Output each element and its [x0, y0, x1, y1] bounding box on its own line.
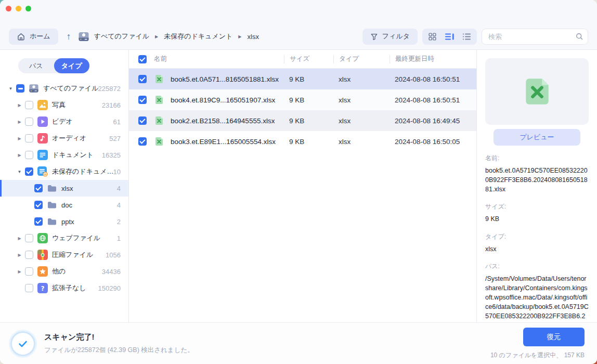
- tree-checkbox[interactable]: [25, 167, 33, 176]
- tree-item-label: 他の: [52, 267, 102, 276]
- tree-item-label: doc: [61, 201, 117, 209]
- archive-icon: [37, 250, 48, 260]
- tree-checkbox[interactable]: [25, 284, 33, 292]
- sidebar-item-web[interactable]: ▶ ウェブファイル 1: [0, 230, 128, 246]
- file-modified: 2024-08-08 16:50:51: [390, 96, 476, 104]
- grid-view-icon[interactable]: [428, 32, 437, 41]
- file-type: xlsx: [333, 96, 390, 104]
- excel-file-icon: [154, 74, 164, 84]
- tree-item-label: すべてのファイル: [43, 84, 98, 93]
- minimize-window-button[interactable]: [16, 6, 21, 11]
- file-name: book4.et.819C9...165051907.xlsx: [171, 96, 275, 104]
- filter-button[interactable]: フィルタ: [362, 29, 418, 45]
- scan-complete-title: スキャン完了!: [44, 332, 194, 342]
- sidebar-item-document[interactable]: ▶ ドキュメント 16325: [0, 147, 128, 163]
- breadcrumb-all-files[interactable]: すべてのファイル: [94, 32, 149, 41]
- select-all-checkbox[interactable]: [138, 55, 147, 63]
- tree-item-count: 2: [117, 218, 121, 226]
- restore-button[interactable]: 復元: [523, 328, 585, 346]
- file-row-checkbox[interactable]: [138, 75, 147, 83]
- traffic-lights: [6, 6, 31, 11]
- home-button-label: ホーム: [30, 32, 50, 41]
- tree-expander-icon[interactable]: ▼: [8, 86, 14, 91]
- folder-icon: [47, 216, 57, 227]
- sidebar-item-drive[interactable]: ▼ すべてのファイル 225872: [0, 80, 128, 97]
- tree-item-label: pptx: [61, 218, 117, 226]
- tree-expander-icon[interactable]: ▶: [17, 269, 22, 274]
- file-row-checkbox[interactable]: [138, 96, 147, 104]
- sidebar-item-noext[interactable]: ? 拡張子なし 150290: [0, 280, 128, 296]
- tree-item-label: ウェブファイル: [52, 233, 117, 243]
- file-row[interactable]: book4.et.819C9...165051907.xlsx 9 KB xls…: [129, 89, 476, 110]
- file-row-checkbox[interactable]: [138, 137, 147, 146]
- tree-item-label: ビデオ: [52, 117, 113, 126]
- tree-expander-icon[interactable]: ▶: [17, 236, 22, 241]
- tree-expander-icon[interactable]: ▼: [17, 170, 22, 174]
- noext-icon: ?: [37, 283, 48, 293]
- file-row[interactable]: book3.et.E89E1...165005554.xlsx 9 KB xls…: [129, 131, 476, 152]
- tree-checkbox[interactable]: [16, 84, 24, 93]
- preview-button[interactable]: プレビュー: [494, 129, 580, 146]
- tree-checkbox[interactable]: [34, 201, 43, 209]
- zoom-window-button[interactable]: [25, 6, 31, 11]
- tree-expander-icon[interactable]: ▶: [17, 120, 22, 124]
- detail-field: 名前: book5.et.0A5719C570EE085322200B922FF…: [485, 154, 589, 194]
- file-list-header: 名前 サイズ タイプ 最終更新日時: [129, 50, 476, 69]
- tree-checkbox[interactable]: [25, 101, 33, 109]
- file-type: xlsx: [333, 138, 390, 146]
- folder-icon: [47, 200, 57, 210]
- list-view-icon[interactable]: [462, 33, 471, 41]
- sidebar-item-other[interactable]: ▶ 他の 34436: [0, 263, 128, 280]
- column-header-modified[interactable]: 最終更新日時: [390, 55, 476, 63]
- tree-expander-icon[interactable]: ▶: [17, 253, 22, 257]
- tree-checkbox[interactable]: [25, 234, 33, 242]
- other-icon: [37, 266, 48, 277]
- tree-expander-icon[interactable]: ▶: [17, 103, 22, 108]
- breadcrumb-xlsx[interactable]: xlsx: [248, 33, 259, 41]
- tab-path[interactable]: パス: [18, 58, 54, 73]
- filter-funnel-icon: [370, 33, 378, 41]
- column-header-size[interactable]: サイズ: [284, 55, 333, 63]
- sidebar-item-folder[interactable]: xlsx 4: [0, 180, 128, 197]
- breadcrumb-unsaved-documents[interactable]: 未保存のドキュメント: [164, 32, 232, 41]
- sidebar-item-unsaved[interactable]: ▼ 未保存のドキュメ… 10: [0, 163, 128, 180]
- sidebar-item-video[interactable]: ▶ ビデオ 61: [0, 113, 128, 130]
- file-modified: 2024-08-08 16:49:45: [390, 117, 476, 125]
- file-size: 9 KB: [284, 117, 333, 125]
- tree-expander-icon[interactable]: ▶: [17, 153, 22, 158]
- sidebar-item-folder[interactable]: doc 4: [0, 197, 128, 213]
- sidebar-item-folder[interactable]: pptx 2: [0, 213, 128, 230]
- drive-icon: [29, 83, 39, 94]
- file-row-checkbox[interactable]: [138, 116, 147, 125]
- column-header-type[interactable]: タイプ: [333, 55, 390, 63]
- tree-checkbox[interactable]: [25, 118, 33, 126]
- file-size: 9 KB: [284, 138, 333, 146]
- tree-item-count: 23166: [102, 101, 121, 109]
- home-button[interactable]: ホーム: [9, 29, 58, 45]
- detail-field-label: パス:: [485, 262, 589, 271]
- detail-field-label: サイズ:: [485, 202, 589, 211]
- file-row[interactable]: book5.et.0A571...8165051881.xlsx 9 KB xl…: [129, 69, 476, 89]
- file-row[interactable]: book2.et.B2158...164945555.xlsx 9 KB xls…: [129, 110, 476, 131]
- tree-checkbox[interactable]: [34, 217, 43, 226]
- toolbar: ホーム ↑ すべてのファイル ▶ 未保存のドキュメント ▶ xlsx フィルタ: [0, 23, 597, 50]
- tree-checkbox[interactable]: [25, 267, 33, 276]
- audio-icon: [37, 133, 48, 144]
- column-header-name[interactable]: 名前: [154, 55, 284, 63]
- tree-checkbox[interactable]: [25, 251, 33, 259]
- navigate-up-button[interactable]: ↑: [67, 32, 71, 41]
- tree-checkbox[interactable]: [34, 184, 43, 192]
- tree-checkbox[interactable]: [25, 134, 33, 142]
- tree-item-count: 10: [113, 168, 121, 176]
- sidebar-item-audio[interactable]: ▶ オーディオ 527: [0, 130, 128, 147]
- tree-item-count: 1056: [106, 251, 121, 259]
- sidebar-item-photo[interactable]: ▶ 写真 23166: [0, 97, 128, 113]
- tab-type[interactable]: タイプ: [54, 58, 90, 73]
- file-modified: 2024-08-08 16:50:05: [390, 138, 476, 146]
- tree-checkbox[interactable]: [25, 151, 33, 159]
- close-window-button[interactable]: [6, 6, 11, 11]
- sidebar-item-archive[interactable]: ▶ 圧縮ファイル 1056: [0, 246, 128, 263]
- list-preview-view-icon-active[interactable]: [445, 32, 455, 41]
- tree-expander-icon[interactable]: ▶: [17, 136, 22, 141]
- search-input[interactable]: [482, 29, 588, 45]
